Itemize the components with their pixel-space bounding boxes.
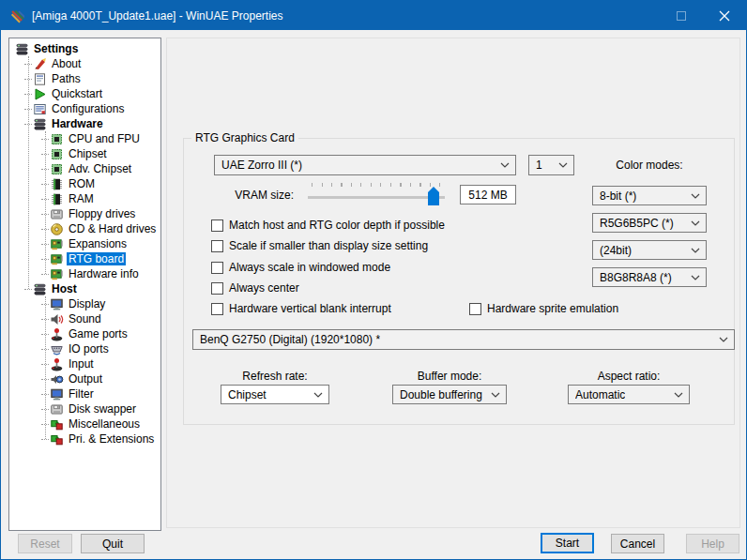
tree-stub (41, 259, 49, 260)
tree-stub (41, 244, 49, 245)
tree-stub (41, 334, 49, 335)
chevron-down-icon (691, 248, 700, 253)
color-mode-combo-32bit[interactable]: B8G8R8A8 (*) (592, 267, 707, 287)
tree-item-output[interactable]: Output (9, 371, 160, 386)
rtg-card-count-combo[interactable]: 1 (528, 155, 574, 175)
color-modes-label: Color modes: (592, 159, 707, 172)
tree-item-display[interactable]: Display (9, 296, 160, 311)
tree-stub (41, 154, 49, 155)
checkbox-box (211, 282, 223, 295)
rtg-card-count-value: 1 (536, 159, 542, 172)
display-icon (50, 387, 64, 401)
board-icon (50, 237, 64, 251)
tree-stub (41, 394, 49, 395)
quit-button[interactable]: Quit (81, 534, 145, 553)
checkbox-hardware-sprite-emulation[interactable]: Hardware sprite emulation (469, 302, 618, 315)
tree-stub (41, 349, 49, 350)
rtg-card-combo[interactable]: UAE Zorro III (*) (214, 155, 516, 175)
tree-item-label: Adv. Chipset (67, 162, 133, 175)
help-button[interactable]: Help (686, 534, 739, 553)
monitor-combo-value: BenQ G2750 (Digital) (1920*1080) * (200, 333, 380, 346)
start-button[interactable]: Start (541, 533, 594, 553)
tree-item-cpu-and-fpu[interactable]: CPU and FPU (9, 131, 160, 146)
buffer-mode-label: Buffer mode: (392, 370, 507, 383)
rom-icon (50, 177, 64, 191)
aspect-ratio-combo[interactable]: Automatic (568, 385, 690, 404)
stack-icon (15, 42, 29, 56)
tree-item-label: Chipset (67, 147, 109, 160)
tree-item-label: Hardware info (67, 267, 141, 280)
tree-item-settings[interactable]: Settings (9, 41, 160, 56)
tree-item-disk-swapper[interactable]: Disk swapper (9, 401, 160, 416)
tree-item-hardware-info[interactable]: Hardware info (9, 266, 160, 281)
floppy-icon (50, 207, 64, 221)
tree-item-host[interactable]: Host (9, 281, 160, 296)
tree-item-expansions[interactable]: Expansions (9, 236, 160, 251)
tree-stub (41, 379, 49, 380)
sound-icon (50, 312, 64, 326)
tree-stub (41, 169, 49, 170)
checkbox-label: Scale if smaller than display size setti… (229, 239, 428, 252)
vram-size-slider[interactable] (306, 181, 447, 207)
checkbox-always-scale-windowed[interactable]: Always scale in windowed mode (211, 261, 390, 274)
tree-item-about[interactable]: About (9, 56, 160, 71)
aspect-ratio-value: Automatic (575, 388, 625, 401)
tree-item-configurations[interactable]: Configurations (9, 101, 160, 116)
joystick-icon (50, 327, 64, 341)
color-mode-value: (24bit) (600, 244, 632, 257)
close-button[interactable] (703, 1, 746, 30)
checkbox-match-host-color-depth[interactable]: Match host and RTG color depth if possib… (211, 219, 445, 232)
color-mode-combo-24bit[interactable]: (24bit) (592, 240, 707, 260)
tree-item-paths[interactable]: Paths (9, 71, 160, 86)
checkbox-box (211, 219, 223, 232)
cd-icon (50, 222, 64, 236)
tree-stub (24, 289, 32, 290)
tree-item-hardware[interactable]: Hardware (9, 116, 160, 131)
quickstart-icon (33, 87, 47, 101)
checkbox-hardware-vblank-interrupt[interactable]: Hardware vertical blank interrupt (211, 302, 391, 315)
cancel-button[interactable]: Cancel (611, 534, 664, 553)
tree-item-sound[interactable]: Sound (9, 311, 160, 326)
tree-item-label: IO ports (67, 342, 111, 356)
tree-item-chipset[interactable]: Chipset (9, 146, 160, 161)
tree-item-quickstart[interactable]: Quickstart (9, 86, 160, 101)
reset-button[interactable]: Reset (18, 534, 72, 553)
output-icon (50, 372, 64, 386)
color-mode-combo-16bit[interactable]: R5G6B5PC (*) (592, 213, 707, 233)
tree-item-label: Disk swapper (67, 402, 138, 416)
tree-item-cd-hard-drives[interactable]: CD & Hard drives (9, 221, 160, 236)
monitor-combo[interactable]: BenQ G2750 (Digital) (1920*1080) * (192, 329, 735, 350)
refresh-rate-combo[interactable]: Chipset (221, 385, 329, 404)
tree-item-floppy-drives[interactable]: Floppy drives (9, 206, 160, 221)
checkbox-always-center[interactable]: Always center (211, 281, 299, 295)
ioports-icon (50, 342, 64, 356)
slider-track[interactable] (308, 196, 445, 199)
tree-item-ram[interactable]: RAM (9, 191, 160, 206)
tree-stub (41, 409, 49, 410)
tree-item-adv-chipset[interactable]: Adv. Chipset (9, 161, 160, 176)
tree-item-label: Floppy drives (67, 207, 137, 220)
chevron-down-icon (691, 193, 700, 199)
tree-item-pri-extensions[interactable]: Pri. & Extensions (9, 431, 160, 446)
board-icon (50, 252, 64, 266)
chevron-down-icon (691, 220, 700, 226)
buffer-mode-combo[interactable]: Double buffering (392, 385, 507, 404)
maximize-icon (677, 11, 686, 21)
tree-item-rom[interactable]: ROM (9, 176, 160, 191)
tree-item-input[interactable]: Input (9, 356, 160, 371)
titlebar: [Amiga 4000T_Update1.uae] - WinUAE Prope… (1, 1, 746, 30)
board-icon (50, 267, 64, 281)
tree-item-rtg-board[interactable]: RTG board (9, 251, 160, 266)
configurations-icon (33, 102, 47, 116)
color-mode-combo-8bit[interactable]: 8-bit (*) (592, 186, 707, 205)
tree-item-miscellaneous[interactable]: Miscellaneous (9, 416, 160, 431)
tree-item-label: Miscellaneous (67, 417, 142, 431)
stack-icon (33, 282, 47, 296)
tree-item-filter[interactable]: Filter (9, 386, 160, 401)
checkbox-scale-if-smaller[interactable]: Scale if smaller than display size setti… (211, 239, 428, 252)
tree-item-game-ports[interactable]: Game ports (9, 326, 160, 341)
slider-thumb[interactable] (428, 187, 439, 205)
tree-stub (24, 94, 32, 95)
maximize-button[interactable] (660, 1, 703, 30)
tree-item-io-ports[interactable]: IO ports (9, 341, 160, 356)
